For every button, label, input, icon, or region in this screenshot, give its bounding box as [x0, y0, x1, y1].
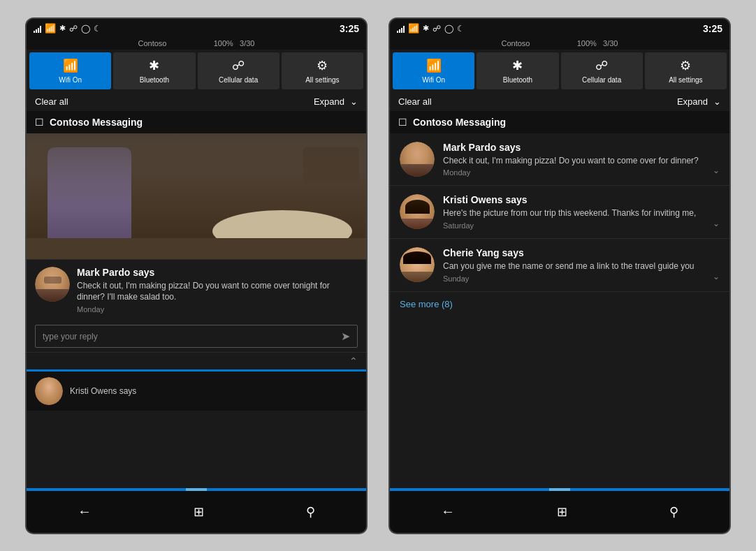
kristi-preview-left: Kristi Owens says — [27, 369, 366, 411]
page-right: 3/30 — [603, 39, 618, 47]
expand-btn-right[interactable]: Expand ⌄ — [677, 96, 721, 107]
avatar-mark-right — [400, 142, 435, 177]
status-bar-right: 📶 ✱ ☍ ◯ ☾ 3:25 — [390, 19, 729, 38]
text-mark-left: Check it out, I'm making pizza! Do you w… — [77, 280, 358, 304]
text-mark-right: Check it out, I'm making pizza! Do you w… — [443, 155, 720, 167]
face-mark-right — [400, 142, 435, 177]
camera-icon-status-right: ◯ — [444, 24, 453, 34]
sender-mark-right: Mark Pardo says — [443, 142, 720, 153]
wifi-toggle-icon: 📶 — [63, 58, 78, 73]
wifi-toggle-left[interactable]: 📶 Wifi On — [29, 52, 111, 89]
signal-bars — [34, 24, 41, 33]
moon-icon-status: ☾ — [94, 24, 101, 34]
moon-icon-status-right: ☾ — [457, 24, 465, 34]
face-cherie-right — [400, 247, 435, 282]
reply-bar-left[interactable]: type your reply ➤ — [35, 325, 358, 348]
settings-toggle-label: All settings — [305, 76, 339, 84]
bottom-nav-left: ← ⊞ ⚲ — [27, 491, 366, 533]
status-icons-left: 📶 ✱ ☍ ◯ ☾ — [34, 23, 101, 34]
bluetooth-icon-right: ✱ — [423, 24, 429, 33]
battery-pct-right: 100% — [577, 39, 597, 47]
message-item-mark-left: Mark Pardo says Check it out, I'm making… — [27, 259, 366, 321]
windows-button-right[interactable]: ⊞ — [557, 504, 567, 520]
notif-header-left: ☐ Contoso Messaging — [27, 111, 366, 133]
see-more-right[interactable]: See more (8) — [390, 292, 729, 316]
notif-header-right: ☐ Contoso Messaging — [390, 111, 729, 133]
time-mark-right: Monday — [443, 168, 720, 177]
settings-toggle-icon-right: ⚙ — [680, 58, 691, 73]
expand-btn-left[interactable]: Expand ⌄ — [314, 96, 358, 107]
search-button-left[interactable]: ⚲ — [306, 504, 315, 520]
bottom-nav-right: ← ⊞ ⚲ — [390, 491, 729, 533]
time-cherie-right: Sunday — [443, 274, 720, 283]
text-kristi-right: Here's the picture from our trip this we… — [443, 207, 720, 219]
chevron-up-icon-left[interactable]: ⌃ — [349, 355, 358, 367]
settings-toggle-right[interactable]: ⚙ All settings — [645, 52, 727, 89]
back-button-left[interactable]: ← — [78, 504, 92, 520]
chin-mark — [35, 289, 70, 302]
chat-icon-right: ☐ — [398, 117, 407, 128]
camera-icon-status: ◯ — [81, 24, 90, 34]
bluetooth-toggle-label-right: Bluetooth — [503, 76, 532, 84]
settings-toggle-left[interactable]: ⚙ All settings — [282, 52, 363, 89]
cellular-toggle-right[interactable]: ☍ Cellular data — [561, 52, 643, 89]
wifi-toggle-label: Wifi On — [59, 76, 82, 84]
cellular-toggle-label: Cellular data — [219, 76, 258, 84]
back-button-right[interactable]: ← — [441, 504, 455, 520]
wifi-toggle-icon-right: 📶 — [426, 58, 442, 73]
clear-all-left[interactable]: Clear all — [35, 96, 68, 107]
settings-toggle-icon: ⚙ — [317, 58, 328, 73]
time-right: 3:25 — [703, 23, 722, 34]
right-phone: 📶 ✱ ☍ ◯ ☾ 3:25 Contoso 100% 3/30 📶 Wifi … — [388, 17, 731, 534]
text-cherie-right: Can you give me the name or send me a li… — [443, 260, 720, 272]
time-mark-left: Monday — [77, 305, 358, 314]
bluetooth-toggle-label: Bluetooth — [140, 76, 169, 84]
face-mark-left — [35, 267, 70, 302]
status-icons-right: 📶 ✱ ☍ ◯ ☾ — [397, 23, 465, 34]
status-bar-left: 📶 ✱ ☍ ◯ ☾ 3:25 — [27, 19, 366, 38]
avatar-kristi-right — [400, 194, 435, 229]
blue-bar-handle-right — [549, 488, 570, 491]
signal-bars-right — [397, 24, 405, 33]
reply-input-left[interactable]: type your reply — [43, 332, 341, 341]
face-kristi-right — [400, 194, 435, 229]
expand-label-right: Expand — [677, 96, 708, 107]
bluetooth-toggle-right[interactable]: ✱ Bluetooth — [477, 52, 558, 89]
msg-content-kristi-right: Kristi Owens says Here's the picture fro… — [443, 194, 720, 230]
time-kristi-right: Saturday — [443, 221, 720, 230]
carrier-label-right: Contoso — [502, 39, 530, 47]
avatar-mark-left — [35, 267, 70, 302]
search-button-right[interactable]: ⚲ — [669, 504, 678, 520]
blue-bar-handle-left — [186, 488, 207, 491]
msg-content-mark-right: Mark Pardo says Check it out, I'm making… — [443, 142, 720, 177]
wifi-toggle-label-right: Wifi On — [422, 76, 445, 84]
clear-all-right[interactable]: Clear all — [398, 96, 432, 107]
msg-row-kristi: Kristi Owens says Here's the picture fro… — [390, 186, 729, 239]
cellular-toggle-icon-right: ☍ — [595, 58, 608, 73]
expand-arrow-mark[interactable]: ⌄ — [713, 166, 720, 175]
app-name-left: Contoso Messaging — [50, 117, 143, 128]
bluetooth-toggle-icon-right: ✱ — [512, 58, 523, 73]
face-kristi-preview — [35, 377, 63, 405]
carrier-bar-left: Contoso 100% 3/30 — [27, 38, 366, 50]
cellular-toggle-label-right: Cellular data — [582, 76, 621, 84]
chat-icon-left: ☐ — [35, 117, 44, 128]
smile-mark — [44, 277, 61, 284]
bluetooth-toggle-left[interactable]: ✱ Bluetooth — [113, 52, 195, 89]
windows-button-left[interactable]: ⊞ — [194, 504, 204, 520]
msg-row-cherie: Cherie Yang says Can you give me the nam… — [390, 239, 729, 292]
cellular-toggle-left[interactable]: ☍ Cellular data — [198, 52, 279, 89]
bluetooth-icon: ✱ — [59, 24, 66, 33]
expand-arrow-cherie[interactable]: ⌄ — [713, 272, 720, 281]
chevron-down-icon-left: ⌄ — [350, 96, 358, 107]
send-icon-left[interactable]: ➤ — [341, 330, 350, 343]
blue-bar-left — [27, 488, 366, 491]
app-name-right: Contoso Messaging — [413, 117, 506, 128]
expand-arrow-kristi[interactable]: ⌄ — [713, 219, 720, 228]
kristi-preview-text: Kristi Owens says — [70, 386, 136, 396]
sender-cherie-right: Cherie Yang says — [443, 247, 720, 258]
wifi-toggle-right[interactable]: 📶 Wifi On — [393, 52, 474, 89]
msg-icon-status-right: ☍ — [432, 24, 441, 34]
messages-list-right: Mark Pardo says Check it out, I'm making… — [390, 133, 729, 488]
chevron-down-icon-right: ⌄ — [713, 96, 721, 107]
